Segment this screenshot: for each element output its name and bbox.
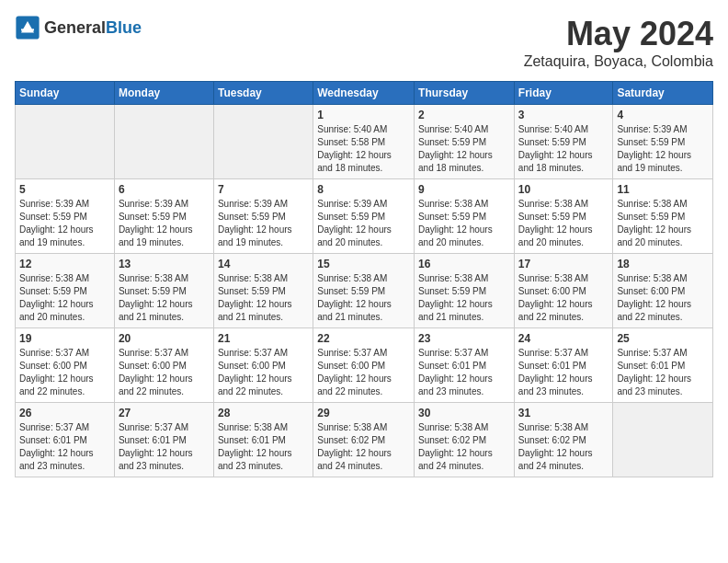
day-info: Sunrise: 5:37 AM Sunset: 6:01 PM Dayligh…	[518, 347, 609, 398]
day-cell: 4Sunrise: 5:39 AM Sunset: 5:59 PM Daylig…	[613, 105, 713, 179]
day-cell: 15Sunrise: 5:38 AM Sunset: 5:59 PM Dayli…	[313, 254, 415, 328]
calendar-body: 1Sunrise: 5:40 AM Sunset: 5:58 PM Daylig…	[16, 105, 713, 477]
header-tuesday: Tuesday	[213, 82, 313, 105]
day-info: Sunrise: 5:38 AM Sunset: 5:59 PM Dayligh…	[19, 272, 110, 324]
day-cell	[16, 105, 115, 179]
title-location: Zetaquira, Boyaca, Colombia	[524, 53, 713, 70]
day-number: 18	[617, 258, 709, 270]
day-cell: 25Sunrise: 5:37 AM Sunset: 6:01 PM Dayli…	[613, 328, 713, 403]
logo: GeneralBlue	[15, 15, 142, 40]
week-row-2: 5Sunrise: 5:39 AM Sunset: 5:59 PM Daylig…	[16, 179, 713, 254]
day-cell: 20Sunrise: 5:37 AM Sunset: 6:00 PM Dayli…	[114, 328, 213, 403]
day-cell: 8Sunrise: 5:39 AM Sunset: 5:59 PM Daylig…	[313, 179, 415, 254]
week-row-5: 26Sunrise: 5:37 AM Sunset: 6:01 PM Dayli…	[16, 403, 713, 477]
header-thursday: Thursday	[415, 82, 515, 105]
calendar-header-row: SundayMondayTuesdayWednesdayThursdayFrid…	[16, 82, 713, 105]
day-cell: 10Sunrise: 5:38 AM Sunset: 5:59 PM Dayli…	[514, 179, 613, 254]
day-number: 16	[418, 258, 510, 270]
day-number: 23	[418, 332, 510, 345]
day-info: Sunrise: 5:38 AM Sunset: 5:59 PM Dayligh…	[418, 272, 510, 324]
day-info: Sunrise: 5:38 AM Sunset: 5:59 PM Dayligh…	[418, 198, 510, 249]
day-number: 21	[218, 332, 309, 345]
day-number: 20	[119, 332, 210, 345]
day-cell: 1Sunrise: 5:40 AM Sunset: 5:58 PM Daylig…	[313, 105, 415, 179]
day-info: Sunrise: 5:38 AM Sunset: 6:02 PM Dayligh…	[418, 421, 510, 473]
day-number: 5	[19, 183, 110, 196]
day-number: 7	[218, 183, 309, 196]
day-info: Sunrise: 5:38 AM Sunset: 5:59 PM Dayligh…	[218, 272, 309, 324]
day-cell: 29Sunrise: 5:38 AM Sunset: 6:02 PM Dayli…	[313, 403, 415, 477]
day-number: 15	[317, 258, 410, 270]
day-cell: 27Sunrise: 5:37 AM Sunset: 6:01 PM Dayli…	[114, 403, 213, 477]
day-cell: 28Sunrise: 5:38 AM Sunset: 6:01 PM Dayli…	[213, 403, 313, 477]
day-cell	[213, 105, 313, 179]
logo-blue: Blue	[106, 18, 142, 37]
day-number: 2	[418, 109, 510, 121]
day-info: Sunrise: 5:38 AM Sunset: 5:59 PM Dayligh…	[617, 198, 709, 249]
header-sunday: Sunday	[16, 82, 115, 105]
day-number: 26	[19, 407, 110, 419]
day-cell: 11Sunrise: 5:38 AM Sunset: 5:59 PM Dayli…	[613, 179, 713, 254]
day-cell: 26Sunrise: 5:37 AM Sunset: 6:01 PM Dayli…	[16, 403, 115, 477]
day-info: Sunrise: 5:37 AM Sunset: 6:00 PM Dayligh…	[19, 347, 110, 398]
day-number: 24	[518, 332, 609, 345]
logo-general: General	[44, 18, 106, 37]
day-cell: 7Sunrise: 5:39 AM Sunset: 5:59 PM Daylig…	[213, 179, 313, 254]
day-cell: 24Sunrise: 5:37 AM Sunset: 6:01 PM Dayli…	[514, 328, 613, 403]
day-number: 3	[518, 109, 609, 121]
day-number: 12	[19, 258, 110, 270]
day-info: Sunrise: 5:39 AM Sunset: 5:59 PM Dayligh…	[19, 198, 110, 249]
day-info: Sunrise: 5:38 AM Sunset: 6:02 PM Dayligh…	[317, 421, 410, 473]
day-cell: 12Sunrise: 5:38 AM Sunset: 5:59 PM Dayli…	[16, 254, 115, 328]
day-cell	[114, 105, 213, 179]
header-wednesday: Wednesday	[313, 82, 415, 105]
day-info: Sunrise: 5:38 AM Sunset: 6:02 PM Dayligh…	[518, 421, 609, 473]
day-number: 14	[218, 258, 309, 270]
day-cell: 17Sunrise: 5:38 AM Sunset: 6:00 PM Dayli…	[514, 254, 613, 328]
day-number: 31	[518, 407, 609, 419]
day-info: Sunrise: 5:37 AM Sunset: 6:00 PM Dayligh…	[317, 347, 410, 398]
day-info: Sunrise: 5:37 AM Sunset: 6:00 PM Dayligh…	[218, 347, 309, 398]
header-monday: Monday	[114, 82, 213, 105]
day-number: 11	[617, 183, 709, 196]
day-number: 6	[119, 183, 210, 196]
day-number: 9	[418, 183, 510, 196]
calendar-table: SundayMondayTuesdayWednesdayThursdayFrid…	[15, 81, 713, 477]
day-cell: 31Sunrise: 5:38 AM Sunset: 6:02 PM Dayli…	[514, 403, 613, 477]
day-cell: 30Sunrise: 5:38 AM Sunset: 6:02 PM Dayli…	[415, 403, 515, 477]
day-info: Sunrise: 5:37 AM Sunset: 6:01 PM Dayligh…	[19, 421, 110, 473]
day-cell: 3Sunrise: 5:40 AM Sunset: 5:59 PM Daylig…	[514, 105, 613, 179]
day-info: Sunrise: 5:40 AM Sunset: 5:58 PM Dayligh…	[317, 123, 410, 175]
day-cell	[613, 403, 713, 477]
day-info: Sunrise: 5:38 AM Sunset: 6:00 PM Dayligh…	[518, 272, 609, 324]
day-number: 1	[317, 109, 410, 121]
day-info: Sunrise: 5:38 AM Sunset: 6:00 PM Dayligh…	[617, 272, 709, 324]
header-saturday: Saturday	[613, 82, 713, 105]
day-number: 30	[418, 407, 510, 419]
day-info: Sunrise: 5:39 AM Sunset: 5:59 PM Dayligh…	[317, 198, 410, 249]
logo-icon	[15, 15, 40, 40]
day-cell: 13Sunrise: 5:38 AM Sunset: 5:59 PM Dayli…	[114, 254, 213, 328]
day-info: Sunrise: 5:38 AM Sunset: 5:59 PM Dayligh…	[518, 198, 609, 249]
day-info: Sunrise: 5:39 AM Sunset: 5:59 PM Dayligh…	[218, 198, 309, 249]
day-info: Sunrise: 5:37 AM Sunset: 6:00 PM Dayligh…	[119, 347, 210, 398]
day-info: Sunrise: 5:40 AM Sunset: 5:59 PM Dayligh…	[418, 123, 510, 175]
header-friday: Friday	[514, 82, 613, 105]
day-cell: 16Sunrise: 5:38 AM Sunset: 5:59 PM Dayli…	[415, 254, 515, 328]
page-header: GeneralBlue May 2024 Zetaquira, Boyaca, …	[15, 15, 713, 70]
day-cell: 2Sunrise: 5:40 AM Sunset: 5:59 PM Daylig…	[415, 105, 515, 179]
day-number: 19	[19, 332, 110, 345]
day-cell: 22Sunrise: 5:37 AM Sunset: 6:00 PM Dayli…	[313, 328, 415, 403]
day-number: 25	[617, 332, 709, 345]
day-info: Sunrise: 5:38 AM Sunset: 5:59 PM Dayligh…	[119, 272, 210, 324]
title-month: May 2024	[524, 15, 713, 53]
day-info: Sunrise: 5:38 AM Sunset: 6:01 PM Dayligh…	[218, 421, 309, 473]
day-cell: 14Sunrise: 5:38 AM Sunset: 5:59 PM Dayli…	[213, 254, 313, 328]
day-number: 4	[617, 109, 709, 121]
day-number: 13	[119, 258, 210, 270]
day-cell: 5Sunrise: 5:39 AM Sunset: 5:59 PM Daylig…	[16, 179, 115, 254]
day-cell: 19Sunrise: 5:37 AM Sunset: 6:00 PM Dayli…	[16, 328, 115, 403]
day-info: Sunrise: 5:37 AM Sunset: 6:01 PM Dayligh…	[418, 347, 510, 398]
day-cell: 6Sunrise: 5:39 AM Sunset: 5:59 PM Daylig…	[114, 179, 213, 254]
day-cell: 18Sunrise: 5:38 AM Sunset: 6:00 PM Dayli…	[613, 254, 713, 328]
